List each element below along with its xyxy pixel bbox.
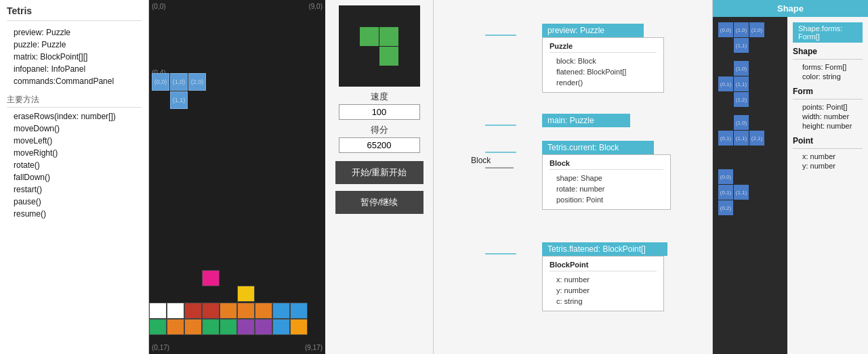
coord-top-right: (9,0) (308, 3, 323, 10)
shape-prop-forms: forms: Form[] (793, 62, 863, 72)
shape-grid-2: (1,0) (0,1) (1,1) (1,2) (718, 61, 782, 107)
anno-current-block-desc: Block shape: Shape rotate: number positi… (542, 154, 671, 210)
pause-button[interactable]: 暂停/继续 (335, 191, 423, 214)
shape-grid-3: (1,0) (0,1) (1,1) (2,1) (718, 115, 782, 161)
placed-blocks (149, 303, 325, 335)
game-board: (0,0) (9,0) (0,17) (9,17) (0,4) (0,0) (1… (149, 0, 325, 354)
block-label: Block (471, 156, 491, 165)
annotation-panel: preview: Puzzle Puzzle block: Block flat… (434, 0, 712, 354)
method-movedown: moveDown() (7, 123, 142, 135)
shape-content: (0,0) (1,0) (2,0) (1,1) (1,0) (0,1) (1,1… (713, 17, 868, 354)
preview-grid (360, 27, 398, 66)
anno-preview-puzzle: preview: Puzzle (542, 24, 644, 37)
shape-prop-width: width: number (793, 112, 863, 121)
game-area: (0,0) (9,0) (0,17) (9,17) (0,4) (0,0) (1… (149, 0, 325, 354)
middle-panel: 速度 得分 开始/重新开始 暂停/继续 (325, 0, 434, 354)
shape-class-form: Form points: Point[] width: number heigh… (793, 87, 863, 131)
app-title: Tetris (7, 5, 142, 21)
start-button[interactable]: 开始/重新开始 (335, 161, 423, 184)
shape-grid-area: (0,0) (1,0) (2,0) (1,1) (1,0) (0,1) (1,1… (713, 17, 787, 354)
yellow-tower (237, 286, 255, 303)
methods-section-title: 主要方法 (7, 94, 142, 108)
method-resume: resume() (7, 208, 142, 220)
method-eraserows: eraseRows(index: number[]) (7, 110, 142, 123)
shape-grid-1: (0,0) (1,0) (2,0) (1,1) (718, 22, 782, 53)
score-input[interactable] (339, 137, 420, 153)
properties-list: preview: Puzzle puzzle: Puzzle matrix: B… (7, 26, 142, 87)
prop-matrix: matrix: BlockPoint[][] (7, 51, 142, 63)
shape-class-point: Point x: number y: number (793, 136, 863, 171)
method-falldown: fallDown() (7, 171, 142, 183)
speed-section: 速度 (339, 91, 420, 120)
prop-puzzle: puzzle: Puzzle (7, 39, 142, 51)
method-moveright: moveRight() (7, 147, 142, 159)
left-panel: Tetris preview: Puzzle puzzle: Puzzle ma… (0, 0, 149, 354)
shape-prop-x: x: number (793, 152, 863, 161)
anno-flatened-desc: BlockPoint x: number y: number c: string (542, 256, 664, 311)
prop-preview: preview: Puzzle (7, 26, 142, 39)
shape-forms-header: Shape.forms: Form[] (793, 22, 863, 43)
shape-prop-points: points: Point[] (793, 102, 863, 112)
shape-class-title-form: Form (793, 87, 863, 96)
shape-grid-4: (0,0) (0,1) (1,1) (0,2) (718, 169, 782, 215)
shape-header: Shape (713, 0, 868, 17)
shape-panel: Shape (0,0) (1,0) (2,0) (1,1) (1,0) (712, 0, 868, 354)
method-rotate: rotate() (7, 159, 142, 171)
anno-preview-puzzle-desc: Puzzle block: Block flatened: BlockPoint… (542, 37, 664, 93)
method-restart: restart() (7, 183, 142, 196)
shape-prop-y: y: number (793, 161, 863, 171)
coord-bottom-left: (0,17) (152, 344, 169, 351)
shape-class-title-point: Point (793, 136, 863, 146)
coord-bottom-right: (9,17) (305, 344, 323, 351)
prop-commands: commands:CommandPanel (7, 75, 142, 87)
method-pause: pause() (7, 196, 142, 208)
score-label: 得分 (339, 124, 420, 136)
shape-class-title-shape: Shape (793, 47, 863, 56)
method-moveleft: moveLeft() (7, 135, 142, 147)
shape-class-shape: Shape forms: Form[] color: string (793, 47, 863, 81)
falling-block-num: 1 (142, 83, 146, 91)
shape-prop-color: color: string (793, 72, 863, 81)
coord-top-left: (0,0) (152, 3, 166, 10)
speed-label: 速度 (339, 91, 420, 103)
magenta-block (202, 270, 220, 286)
anno-current-block: Tetris.current: Block (542, 141, 654, 154)
anno-flatened: Tetris.flatened: BlockPoint[] (542, 242, 667, 256)
speed-input[interactable] (339, 104, 420, 120)
shape-info-area: Shape.forms: Form[] Shape forms: Form[] … (787, 17, 868, 354)
prop-infopanel: infopanel: InfoPanel (7, 63, 142, 75)
falling-piece: (0,0) (1,0) (2,0) (152, 73, 206, 91)
shape-prop-height: height: number (793, 121, 863, 131)
score-section: 得分 (339, 124, 420, 153)
preview-box (339, 5, 420, 87)
anno-main-puzzle: main: Puzzle (542, 114, 630, 127)
falling-piece-row2: (1,1) (170, 91, 188, 109)
methods-list: eraseRows(index: number[]) moveDown() mo… (7, 110, 142, 220)
